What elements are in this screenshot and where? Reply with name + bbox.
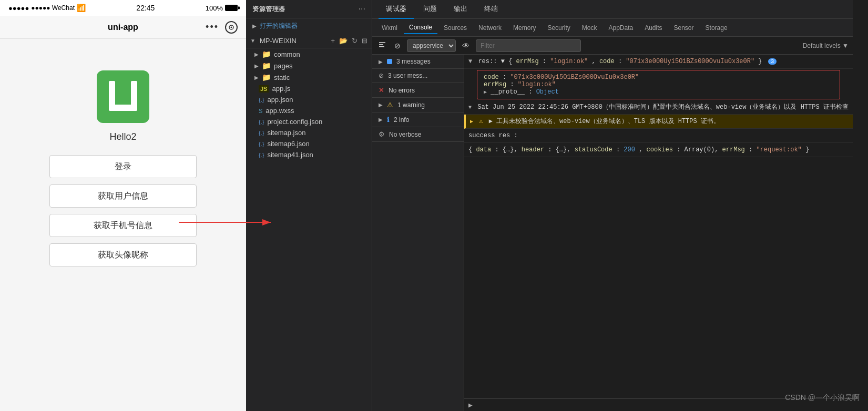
sidebar-warning[interactable]: ▶ ⚠ 1 warning: [372, 98, 464, 112]
js-icon: JS: [259, 85, 269, 93]
verbose-icon: ⚙: [379, 130, 385, 138]
watermark: CSDN @一个小浪吴啊: [785, 393, 860, 403]
code-block-proto-line: ▶ __proto__ : Object: [484, 88, 833, 96]
data-val: {…},: [503, 146, 522, 153]
file-label-app-js: app.js: [272, 85, 290, 93]
file-sitemap[interactable]: {.} sitemap.json: [246, 127, 372, 138]
folder-pages[interactable]: ▶ 📁 pages: [246, 60, 372, 71]
expand-sat[interactable]: ▼: [468, 105, 472, 110]
file-project-config[interactable]: {.} project.config.json: [246, 116, 372, 127]
console-log: ▼ res:: ▼ { errMsg : "login:ok" , code :…: [464, 55, 853, 398]
warning-label: 1 warning: [397, 101, 425, 109]
phone-nav-bar: uni-app •••: [0, 16, 246, 39]
add-file-icon[interactable]: +: [331, 37, 335, 45]
app-name: Hello2: [109, 131, 136, 142]
default-levels[interactable]: Default levels ▼: [803, 42, 849, 49]
json-icon-sitemap: {.}: [259, 130, 264, 136]
tab-memory[interactable]: Memory: [508, 22, 541, 34]
log-sat-line: ▼ Sat Jun 25 2022 22:45:26 GMT+0800（中国标准…: [464, 100, 853, 115]
refresh-icon[interactable]: ↻: [352, 37, 358, 45]
sidebar-no-verbose[interactable]: ⚙ No verbose: [372, 127, 464, 142]
svg-rect-8: [379, 44, 383, 45]
tab-security[interactable]: Security: [542, 22, 575, 34]
file-label-sitemap: sitemap.json: [267, 129, 305, 137]
add-folder-icon[interactable]: 📂: [339, 37, 348, 45]
filter-input[interactable]: [476, 39, 581, 52]
user-msg-icon: ⊘: [379, 72, 384, 79]
json-icon-sitemap6: {.}: [259, 141, 264, 147]
sidebar-user-messages[interactable]: ⊘ 3 user mess...: [372, 69, 464, 83]
clear-console-button[interactable]: [376, 40, 388, 51]
code-block-code-line: code : "071x3e000Uyi5O1BZs000OvuIu0x3e0R…: [484, 74, 833, 81]
file-app-json[interactable]: {.} app.json: [246, 94, 372, 105]
console-sidebar: ▶ 3 messages ⊘ 3 user mess... ✕ No error…: [372, 55, 464, 411]
console-log-area: ▼ res:: ▼ { errMsg : "login:ok" , code :…: [464, 55, 853, 411]
tab-output[interactable]: 输出: [446, 0, 475, 19]
statuscode-colon: :: [616, 146, 624, 153]
stop-icon[interactable]: ⊘: [392, 40, 403, 51]
folder-label-common: common: [274, 50, 300, 58]
code-val: "071x3e000Uyi5O1BZs000OvuIu0x3e0R": [626, 58, 754, 65]
code-block-errmsg-line: errMsg : "login:ok": [484, 81, 833, 88]
context-select[interactable]: appservice: [407, 39, 456, 52]
tab-audits[interactable]: Audits: [639, 22, 667, 34]
tab-debugger[interactable]: 调试器: [379, 0, 414, 19]
get-avatar-button[interactable]: 获取头像昵称: [49, 243, 197, 266]
expand-warn[interactable]: ▶: [470, 119, 473, 125]
get-phone-button[interactable]: 获取手机号信息: [49, 214, 197, 237]
sidebar-info[interactable]: ▶ ℹ 2 info: [372, 112, 464, 127]
phone-nav-actions: •••: [206, 21, 238, 34]
file-app-js[interactable]: JS app.js: [246, 83, 372, 94]
collapse-icon[interactable]: ⊟: [362, 37, 367, 45]
svg-rect-3: [131, 81, 137, 107]
file-sitemap41[interactable]: {.} sitemap41.json: [246, 149, 372, 160]
colon2: :: [618, 58, 626, 65]
open-editors-section[interactable]: ▶ 打开的编辑器: [246, 18, 372, 34]
explorer-actions[interactable]: ···: [359, 4, 365, 14]
sidebar-no-errors[interactable]: ✕ No errors: [372, 83, 464, 98]
statuscode-key: statusCode: [575, 146, 612, 153]
mp-weixin-label: MP-WEIXIN: [260, 37, 297, 45]
file-app-wxss[interactable]: S app.wxss: [246, 105, 372, 116]
code-key2: code: [484, 74, 499, 81]
battery-icon: [225, 5, 238, 11]
folder-icon-common: 📁: [262, 50, 271, 58]
badge-messages: [387, 59, 392, 64]
login-button[interactable]: 登录: [49, 155, 197, 178]
more-icon[interactable]: •••: [206, 22, 219, 33]
file-sitemap6[interactable]: {.} sitemap6.json: [246, 138, 372, 149]
tab-storage[interactable]: Storage: [700, 22, 733, 34]
tab-network[interactable]: Network: [473, 22, 507, 34]
mp-weixin-actions[interactable]: + 📂 ↻ ⊟: [331, 37, 367, 45]
folder-common[interactable]: ▶ 📁 common: [246, 48, 372, 60]
get-user-info-button[interactable]: 获取用户信息: [49, 184, 197, 208]
tab-terminal[interactable]: 终端: [477, 0, 505, 19]
tab-console[interactable]: Console: [404, 22, 437, 34]
tab-problems[interactable]: 问题: [416, 0, 444, 19]
proto-colon: :: [528, 88, 536, 96]
app-icon: [97, 70, 149, 123]
tab-appdata[interactable]: AppData: [603, 22, 638, 34]
expand-proto[interactable]: ▶: [484, 89, 487, 95]
errmsg-key3: errMsg: [722, 146, 745, 153]
expand-icon[interactable]: ▼: [468, 58, 472, 65]
target-icon: [229, 25, 234, 30]
mp-weixin-header[interactable]: ▼ MP-WEIXIN + 📂 ↻ ⊟: [246, 34, 372, 48]
code-key: code: [599, 58, 615, 65]
phone-content: Hello2 登录 获取用户信息 获取手机号信息 获取头像昵称: [0, 39, 246, 411]
status-time: 22:45: [136, 4, 155, 12]
more-options-icon[interactable]: ···: [359, 4, 365, 14]
tab-sensor[interactable]: Sensor: [669, 22, 699, 34]
eye-icon[interactable]: 👁: [460, 40, 472, 51]
tab-sources[interactable]: Sources: [438, 22, 472, 34]
log-code-block: code : "071x3e000Uyi5O1BZs000OvuIu0x3e0R…: [477, 70, 840, 99]
statuscode-comma: ,: [639, 146, 646, 153]
circle-button[interactable]: [225, 21, 238, 34]
tab-wxml[interactable]: Wxml: [376, 22, 403, 34]
folder-static[interactable]: ▶ 📁 static: [246, 71, 372, 83]
sidebar-all-messages[interactable]: ▶ 3 messages: [372, 55, 464, 69]
tab-mock[interactable]: Mock: [577, 22, 603, 34]
colon3: :: [503, 74, 510, 81]
svg-rect-4: [109, 105, 137, 111]
json-icon-sitemap41: {.}: [259, 152, 264, 158]
